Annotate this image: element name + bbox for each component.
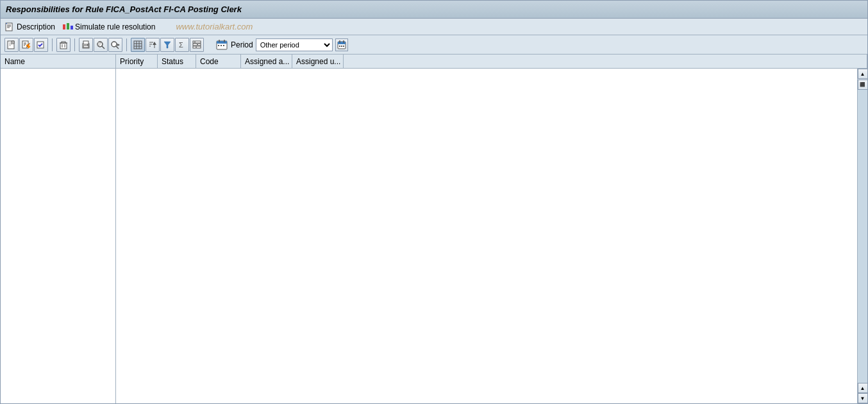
settings-button[interactable] [190,38,204,52]
table-body-name-col [1,69,116,403]
table-header: Name Priority Status Code Assigned a... … [1,55,867,69]
column-header-priority: Priority [116,55,158,68]
svg-text:Σ: Σ [179,41,183,49]
svg-line-38 [116,46,119,49]
menu-simulate[interactable]: Simulate rule resolution [63,22,155,32]
watermark-text: www.tutorialkart.com [176,22,253,31]
toolbar: Σ [1,35,867,55]
edit-button[interactable] [19,38,33,52]
svg-marker-50 [164,42,171,48]
column-header-code: Code [196,55,241,68]
svg-rect-57 [196,47,197,47]
svg-rect-55 [194,42,196,42]
select-button[interactable] [34,38,48,52]
svg-rect-69 [339,46,340,47]
calendar-button[interactable] [335,38,348,51]
content-area: Name Priority Status Code Assigned a... … [1,55,867,403]
title-bar: Responsibilities for Rule FICA_PostAct F… [1,1,867,19]
svg-rect-33 [97,42,99,43]
svg-rect-22 [60,43,67,49]
column-header-assigned-u: Assigned u... [292,55,344,68]
sum-button[interactable]: Σ [175,38,189,52]
toolbar-divider-2 [74,38,75,51]
filter-button[interactable] [160,38,174,52]
svg-rect-63 [221,45,222,46]
toolbar-group-table: Σ [131,38,204,52]
description-label: Description [17,22,55,31]
table-body-main: ▲ ⬛ ▲ ▼ [116,69,867,403]
menu-description[interactable]: Description [4,22,55,32]
svg-point-37 [112,42,117,47]
svg-rect-59 [217,41,227,44]
svg-rect-5 [63,24,65,29]
scroll-track[interactable] [858,90,867,383]
column-header-name: Name [1,55,116,68]
svg-rect-62 [218,45,219,46]
svg-rect-64 [223,45,224,46]
simulate-label: Simulate rule resolution [75,22,155,31]
svg-rect-56 [197,44,198,45]
svg-rect-40 [134,41,142,49]
svg-rect-7 [71,26,73,29]
svg-rect-29 [83,46,88,47]
column-header-rest [344,55,867,68]
new-button[interactable] [4,38,19,52]
print-button[interactable] [79,38,93,52]
svg-rect-66 [338,42,346,44]
svg-point-30 [87,44,88,46]
column-header-status: Status [158,55,196,68]
svg-marker-39 [117,44,120,46]
delete-button[interactable] [56,38,71,52]
period-select[interactable]: Other period Current period Previous per… [256,38,333,51]
vertical-scrollbar[interactable]: ▲ ⬛ ▲ ▼ [857,69,867,403]
find-next-button[interactable] [108,38,122,52]
description-icon [4,22,15,32]
toolbar-group-1 [4,38,48,52]
grid-view-button[interactable] [131,38,145,52]
svg-rect-6 [67,23,69,29]
svg-rect-28 [83,41,88,44]
scroll-down-button[interactable]: ▼ [858,393,868,403]
main-window: Responsibilities for Rule FICA_PostAct F… [0,0,868,404]
period-icon [215,38,228,51]
simulate-icon [63,22,73,32]
toolbar-divider-3 [126,38,127,51]
svg-line-32 [102,46,104,49]
svg-rect-35 [97,44,101,44]
scroll-up-button[interactable]: ▲ [858,69,868,79]
svg-rect-52 [193,41,201,43]
scroll-down-small-button[interactable]: ⬛ [858,80,868,90]
svg-rect-34 [99,42,102,43]
find-button[interactable] [94,38,108,52]
svg-rect-70 [341,46,342,47]
scroll-up-bottom-button[interactable]: ▲ [858,383,868,393]
svg-rect-0 [6,23,12,31]
window-title: Responsibilities for Rule FICA_PostAct F… [6,4,242,14]
svg-rect-71 [343,46,344,47]
column-header-assigned-a: Assigned a... [241,55,292,68]
period-label: Period [231,40,253,49]
toolbar-group-print [79,38,122,52]
period-section: Period Other period Current period Previ… [215,38,348,51]
sort-asc-button[interactable] [146,38,160,52]
menu-bar: Description Simulate rule resolution www… [1,19,867,35]
toolbar-divider-1 [52,38,53,51]
svg-rect-36 [97,45,100,46]
